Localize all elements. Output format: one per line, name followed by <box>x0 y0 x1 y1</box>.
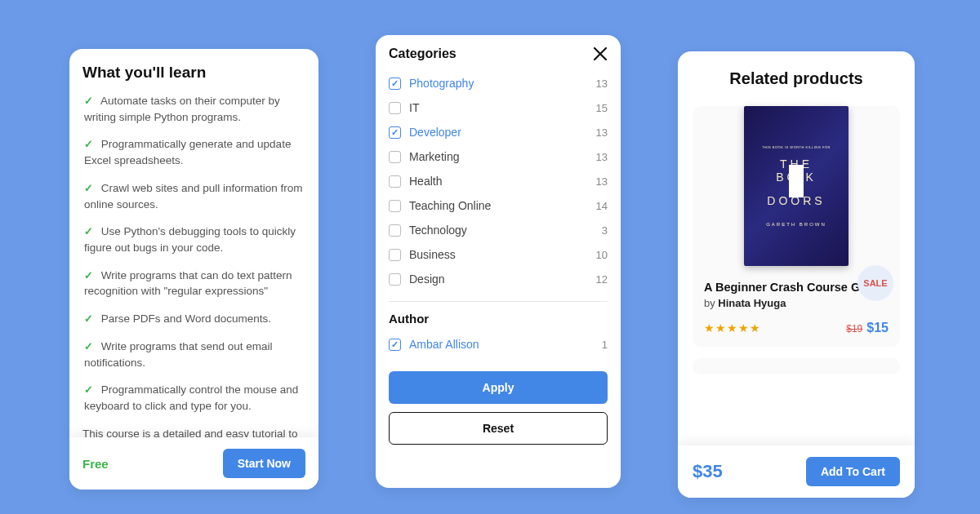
check-icon: ✓ <box>84 383 93 396</box>
filter-header: Categories <box>389 47 608 61</box>
filter-row[interactable]: Technology3 <box>389 218 608 242</box>
filter-label: IT <box>409 101 419 114</box>
learn-card: What you'll learn ✓ Automate tasks on th… <box>69 49 318 490</box>
learn-item: ✓ Write programs that send out email not… <box>82 339 305 370</box>
filter-label: Developer <box>409 126 461 139</box>
author-title: Author <box>389 312 608 326</box>
filter-row[interactable]: Photography13 <box>389 71 608 95</box>
learn-heading: What you'll learn <box>82 64 305 82</box>
checkbox[interactable] <box>389 126 401 139</box>
product-card[interactable]: THIS BOOK IS WORTH KILLING FOR THE BO K … <box>693 106 900 347</box>
filter-row[interactable]: Business10 <box>389 242 608 267</box>
star-rating: ★★★★★ <box>704 321 761 335</box>
checkbox[interactable] <box>389 102 401 114</box>
related-heading: Related products <box>693 69 900 88</box>
sale-badge: SALE <box>858 265 893 301</box>
learn-item: ✓ Write programs that can do text patter… <box>82 268 305 299</box>
close-icon[interactable] <box>593 47 608 61</box>
check-icon: ✓ <box>84 95 93 107</box>
check-icon: ✓ <box>84 138 93 150</box>
learn-item: ✓ Programmatically control the mouse and… <box>82 382 305 414</box>
new-price: $15 <box>866 321 889 335</box>
check-icon: ✓ <box>84 225 93 237</box>
filter-label: Photography <box>409 77 474 90</box>
checkbox[interactable] <box>389 339 401 351</box>
filter-label: Business <box>409 248 456 261</box>
footer-price: $35 <box>693 461 723 482</box>
filter-count: 13 <box>596 175 608 188</box>
filter-count: 1 <box>602 339 608 351</box>
old-price: $19 <box>846 323 862 335</box>
filter-count: 12 <box>596 273 608 286</box>
filter-count: 14 <box>596 200 608 212</box>
checkbox[interactable] <box>389 224 401 237</box>
filter-count: 3 <box>602 224 608 237</box>
filter-label: Ambar Allison <box>409 338 479 351</box>
filter-count: 13 <box>596 126 608 139</box>
related-card: Related products THIS BOOK IS WORTH KILL… <box>678 51 915 498</box>
filter-row[interactable]: IT15 <box>389 95 608 120</box>
add-to-cart-button[interactable]: Add To Cart <box>806 457 900 486</box>
filter-row[interactable]: Ambar Allison1 <box>389 332 608 357</box>
filter-row[interactable]: Developer13 <box>389 120 608 144</box>
check-icon: ✓ <box>84 312 93 325</box>
learn-item: ✓ Programmatically generate and update E… <box>82 136 305 168</box>
learn-item: ✓ Use Python's debugging tools to quickl… <box>82 224 305 255</box>
price-free: Free <box>82 457 109 471</box>
checkbox[interactable] <box>389 175 401 188</box>
filter-count: 15 <box>596 102 608 114</box>
checkbox[interactable] <box>389 249 401 261</box>
filter-label: Teaching Online <box>409 199 491 212</box>
product-card-partial[interactable] <box>693 358 900 374</box>
categories-title: Categories <box>389 47 457 61</box>
filter-count: 10 <box>596 249 608 261</box>
start-now-button[interactable]: Start Now <box>223 449 305 478</box>
filter-row[interactable]: Teaching Online14 <box>389 193 608 218</box>
filter-label: Health <box>409 175 442 188</box>
product-meta: ★★★★★ $19 $15 <box>693 309 900 335</box>
filter-label: Design <box>409 273 445 286</box>
filter-count: 13 <box>596 151 608 163</box>
book-cover: THIS BOOK IS WORTH KILLING FOR THE BO K … <box>744 106 849 266</box>
checkbox[interactable] <box>389 273 401 286</box>
check-icon: ✓ <box>84 340 93 352</box>
filter-count: 13 <box>596 78 608 90</box>
filter-label: Technology <box>409 224 467 237</box>
filter-row[interactable]: Design12 <box>389 267 608 291</box>
filter-row[interactable]: Health13 <box>389 169 608 193</box>
related-footer: $35 Add To Cart <box>678 445 915 498</box>
check-icon: ✓ <box>84 182 93 194</box>
filter-card: Categories Photography13IT15Developer13M… <box>376 35 621 488</box>
apply-button[interactable]: Apply <box>389 371 608 404</box>
divider <box>389 301 608 302</box>
filter-row[interactable]: Marketing13 <box>389 144 608 169</box>
learn-item: ✓ Automate tasks on their computer by wr… <box>82 93 305 125</box>
checkbox[interactable] <box>389 78 401 90</box>
checkbox[interactable] <box>389 151 401 163</box>
learn-item: ✓ Crawl web sites and pull information f… <box>82 180 305 212</box>
check-icon: ✓ <box>84 269 93 281</box>
learn-item: ✓ Parse PDFs and Word documents. <box>82 311 305 327</box>
filter-label: Marketing <box>409 150 459 163</box>
checkbox[interactable] <box>389 200 401 212</box>
learn-footer: Free Start Now <box>69 437 318 490</box>
reset-button[interactable]: Reset <box>389 412 608 445</box>
